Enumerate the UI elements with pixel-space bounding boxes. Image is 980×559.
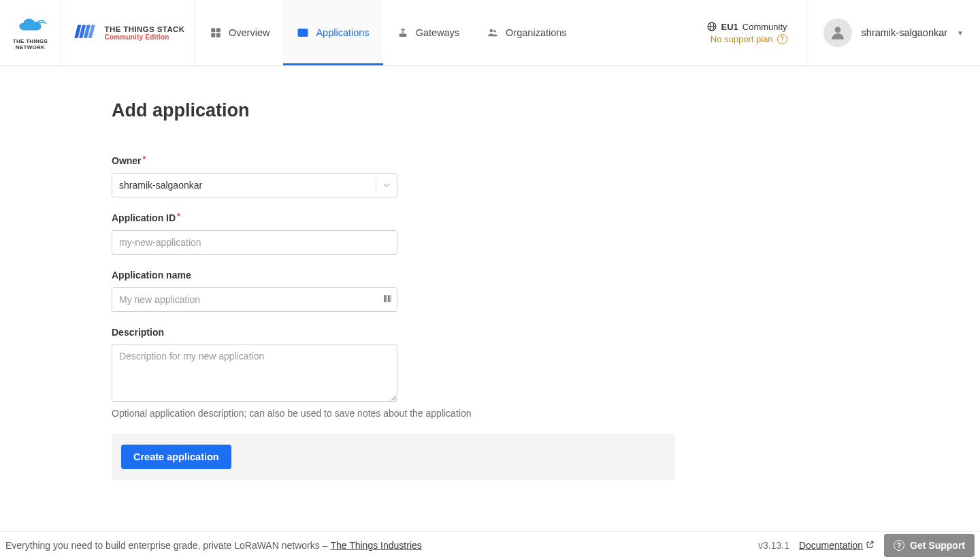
footer-tagline: Everything you need to build enterprise …	[5, 540, 327, 551]
svg-rect-21	[391, 295, 391, 302]
person-icon	[829, 24, 847, 42]
svg-rect-4	[211, 28, 215, 32]
chevron-down-icon	[376, 180, 397, 191]
stack-icon	[72, 22, 98, 44]
people-icon	[487, 27, 499, 39]
description-input[interactable]	[112, 345, 397, 402]
svg-rect-18	[384, 295, 385, 302]
top-nav: Overview Applications Gateways Organizat…	[196, 0, 581, 65]
gateway-icon	[397, 27, 409, 39]
stack-logo[interactable]: THE THINGS STACK Community Edition	[61, 0, 196, 65]
svg-rect-5	[216, 28, 220, 32]
main: Add application Owner* shramik-salgaonka…	[0, 66, 980, 531]
svg-rect-6	[211, 33, 215, 37]
app-name-field: Application name	[112, 270, 980, 312]
nav-applications[interactable]: Applications	[283, 0, 382, 65]
page-title: Add application	[112, 100, 980, 121]
support-plan-text: No support plan	[710, 34, 773, 44]
owner-field: Owner* shramik-salgaonkar	[112, 155, 980, 197]
globe-icon	[706, 21, 717, 32]
cluster-panel[interactable]: EU1 Community No support plan ?	[693, 0, 807, 65]
footer: Everything you need to build enterprise …	[0, 531, 980, 559]
help-icon[interactable]: ?	[777, 34, 787, 44]
app-id-field: Application ID*	[112, 212, 980, 255]
cloud-icon	[14, 15, 48, 35]
nav-gateways[interactable]: Gateways	[383, 0, 473, 65]
owner-select[interactable]: shramik-salgaonkar	[112, 173, 397, 197]
description-label: Description	[112, 327, 980, 338]
ttn-logo[interactable]: THE THINGSNETWORK	[0, 0, 61, 65]
owner-label: Owner*	[112, 155, 980, 166]
svg-rect-20	[388, 295, 389, 302]
cluster-tier: Community	[742, 22, 787, 32]
user-menu[interactable]: shramik-salgaonkar ▼	[807, 0, 980, 65]
description-field: Description Optional application descrip…	[112, 327, 980, 419]
svg-rect-8	[299, 29, 308, 37]
svg-rect-10	[399, 34, 406, 37]
footer-tti-link[interactable]: The Things Industries	[330, 540, 421, 551]
generate-icon[interactable]	[382, 294, 392, 306]
svg-point-13	[493, 30, 496, 33]
svg-point-17	[834, 27, 840, 33]
create-application-button[interactable]: Create application	[121, 445, 231, 469]
ttn-logo-text: THE THINGSNETWORK	[13, 38, 48, 50]
nav-overview[interactable]: Overview	[196, 0, 283, 65]
documentation-link[interactable]: Documentation	[799, 540, 875, 551]
app-name-input[interactable]	[112, 287, 397, 312]
avatar	[823, 18, 852, 47]
app-id-input[interactable]	[112, 230, 397, 255]
cluster-region: EU1	[721, 22, 738, 32]
nav-label: Organizations	[506, 27, 566, 38]
nav-label: Gateways	[416, 27, 459, 38]
header: THE THINGSNETWORK THE THINGS STACK Commu…	[0, 0, 980, 66]
nav-label: Overview	[229, 27, 270, 38]
svg-rect-19	[387, 295, 387, 302]
svg-rect-7	[216, 33, 220, 37]
chevron-down-icon: ▼	[957, 29, 964, 37]
app-id-label: Application ID*	[112, 212, 980, 223]
external-link-icon	[866, 540, 875, 551]
nav-organizations[interactable]: Organizations	[473, 0, 580, 65]
grid-icon	[210, 27, 222, 39]
user-name: shramik-salgaonkar	[862, 27, 948, 38]
submit-bar: Create application	[112, 434, 675, 480]
nav-label: Applications	[316, 27, 369, 38]
get-support-button[interactable]: ? Get Support	[884, 534, 975, 557]
description-help: Optional application description; can al…	[112, 408, 980, 419]
stack-logo-text: THE THINGS STACK Community Edition	[105, 25, 185, 41]
svg-point-12	[490, 29, 493, 33]
app-name-label: Application name	[112, 270, 980, 281]
owner-value: shramik-salgaonkar	[112, 180, 376, 191]
help-icon: ?	[894, 540, 904, 551]
version-label: v3.13.1	[758, 540, 789, 551]
application-icon	[297, 27, 309, 39]
